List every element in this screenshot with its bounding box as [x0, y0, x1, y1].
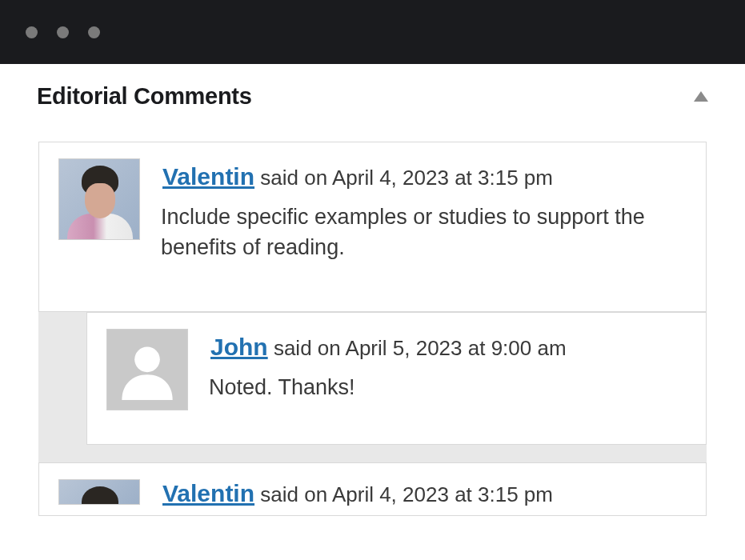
avatar	[58, 479, 140, 505]
comments-list: Valentin said on April 4, 2023 at 3:15 p…	[38, 142, 707, 516]
window-titlebar	[0, 0, 745, 64]
comment-item: Valentin said on April 4, 2023 at 3:15 p…	[38, 142, 707, 312]
window-dot	[26, 26, 38, 38]
said-on-label: said on	[260, 482, 327, 506]
comment-text: Noted. Thanks!	[209, 372, 687, 402]
svg-point-0	[134, 346, 160, 372]
comment-meta: Valentin said on April 4, 2023 at 3:15 p…	[162, 482, 687, 504]
avatar-placeholder	[106, 329, 188, 410]
comment-author-link[interactable]: Valentin	[162, 163, 254, 190]
comment-author-link[interactable]: John	[210, 334, 268, 360]
comment-meta: Valentin said on April 4, 2023 at 3:15 p…	[162, 163, 687, 190]
panel-header[interactable]: Editorial Comments	[0, 64, 745, 118]
person-icon	[117, 339, 178, 400]
comment-text: Include specific examples or studies to …	[161, 202, 687, 263]
said-on-label: said on	[260, 166, 327, 190]
comment-meta: John said on April 5, 2023 at 9:00 am	[210, 334, 687, 361]
said-on-label: said on	[274, 336, 341, 360]
comment-reply-item: John said on April 5, 2023 at 9:00 am No…	[86, 312, 707, 445]
panel-title: Editorial Comments	[37, 83, 252, 110]
comment-timestamp: April 4, 2023 at 3:15 pm	[332, 166, 553, 190]
window-dot	[88, 26, 100, 38]
avatar	[58, 158, 140, 240]
window-dot	[57, 26, 69, 38]
comment-item: Valentin said on April 4, 2023 at 3:15 p…	[38, 462, 707, 516]
comment-author-link[interactable]: Valentin	[162, 480, 254, 506]
comment-timestamp: April 4, 2023 at 3:15 pm	[332, 482, 553, 506]
comment-timestamp: April 5, 2023 at 9:00 am	[346, 336, 567, 360]
collapse-up-icon[interactable]	[694, 91, 708, 102]
